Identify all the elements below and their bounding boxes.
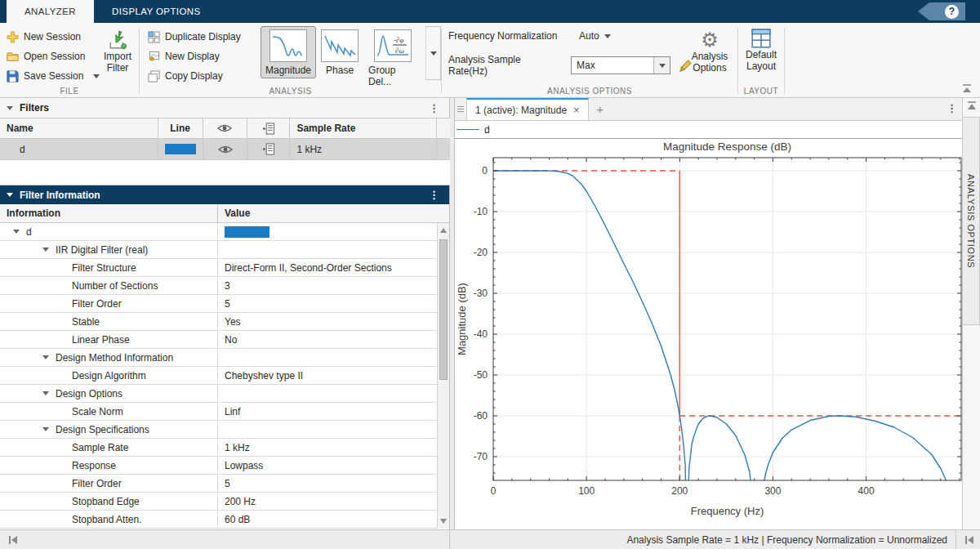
filter-line-cell[interactable] xyxy=(158,139,203,159)
main-area: Filters ⋮ Name Line Sample Rate d xyxy=(0,98,980,529)
filter-info-collapse-icon[interactable] xyxy=(7,193,13,197)
section-label-analysis-options: ANALYSIS OPTIONS xyxy=(442,87,737,96)
col-name: Name xyxy=(0,118,158,138)
info-label-text: Filter Structure xyxy=(72,262,136,274)
filter-info-row: d xyxy=(0,223,449,241)
svg-text:Magnitude (dB): Magnitude (dB) xyxy=(456,283,468,355)
info-label-cell: Filter Structure xyxy=(0,259,218,276)
default-layout-label2: Layout xyxy=(746,60,776,72)
collapse-ribbon-button[interactable] xyxy=(961,84,973,94)
info-value-cell: 1 kHz xyxy=(218,439,449,456)
filter-info-cell[interactable] xyxy=(248,139,291,159)
ribbon-section-analysis-options: Frequency Normalization Auto Analysis Sa… xyxy=(442,23,737,97)
info-value-cell: 200 Hz xyxy=(218,493,449,510)
scrollbar-thumb[interactable] xyxy=(439,239,448,380)
tree-expand-icon[interactable] xyxy=(42,427,49,431)
info-value-text: 5 xyxy=(225,478,230,489)
filter-row-d[interactable]: d 1 kHz xyxy=(0,139,450,160)
info-label-text: Response xyxy=(72,460,116,471)
tab-display-options[interactable]: DISPLAY OPTIONS xyxy=(94,0,218,23)
duplicate-display-button[interactable]: Duplicate Display xyxy=(145,27,244,47)
filters-menu-icon[interactable]: ⋮ xyxy=(425,102,443,114)
save-session-button[interactable]: Save Session xyxy=(3,66,103,86)
default-layout-button[interactable]: Default Layout xyxy=(742,28,781,72)
info-value-text: Direct-Form II, Second-Order Sections xyxy=(225,262,392,274)
toolstrip-tabbar: ANALYZER DISPLAY OPTIONS ? xyxy=(0,0,980,23)
analysis-sample-rate-dropdown-button[interactable] xyxy=(653,57,670,74)
filter-info-menu-icon[interactable]: ⋮ xyxy=(425,189,443,201)
tree-expand-icon[interactable] xyxy=(42,248,49,252)
tab-display-options-label: DISPLAY OPTIONS xyxy=(112,7,200,16)
import-filter-label1: Import xyxy=(104,51,131,62)
help-button[interactable]: ? xyxy=(918,2,965,20)
col-information: Information xyxy=(0,204,218,222)
new-display-button[interactable]: New Display xyxy=(145,47,244,66)
svg-text:Magnitude Response (dB): Magnitude Response (dB) xyxy=(663,141,791,153)
info-label-text: Design Algorithm xyxy=(72,370,146,382)
analysis-options-side-tab[interactable]: ANALYSIS OPTIONS xyxy=(963,117,980,325)
filters-table: Name Line Sample Rate d xyxy=(0,118,450,185)
collapse-panel-up-icon[interactable] xyxy=(966,101,978,111)
freq-normalization-dropdown[interactable]: Auto xyxy=(579,30,611,42)
collapse-right-panel-icon[interactable] xyxy=(964,535,975,545)
magnitude-button[interactable]: Magnitude xyxy=(261,26,316,78)
group-delay-icon: -∂φ ∂ω xyxy=(374,29,412,62)
open-session-button[interactable]: Open Session xyxy=(3,47,103,66)
status-separator xyxy=(956,530,956,549)
tree-expand-icon[interactable] xyxy=(13,230,20,234)
tree-expand-icon[interactable] xyxy=(42,355,49,359)
copy-display-button[interactable]: Copy Display xyxy=(145,66,244,86)
filter-info-row: Filter Order5 xyxy=(0,295,449,313)
filters-collapse-icon[interactable] xyxy=(7,106,13,110)
svg-text:-20: -20 xyxy=(474,247,488,258)
svg-text:Frequency (Hz): Frequency (Hz) xyxy=(691,505,764,517)
analysis-options-button[interactable]: ⚙ Analysis Options xyxy=(687,29,733,74)
group-delay-button[interactable]: -∂φ ∂ω Group Del... xyxy=(363,26,422,90)
filter-info-rows: dIIR Digital Filter (real)Filter Structu… xyxy=(0,223,449,529)
section-label-analysis: ANALYSIS xyxy=(140,87,441,96)
info-label-cell: Design Options xyxy=(0,385,218,402)
filter-info-row: Stopband Edge200 Hz xyxy=(0,493,449,511)
info-label-cell: Design Method Information xyxy=(0,349,218,366)
new-session-label: New Session xyxy=(24,31,81,42)
info-value-cell: Chebyshev type II xyxy=(218,367,449,384)
display-pane: 1 (active): Magnitude × + ⋮ d 0100200300… xyxy=(455,98,962,529)
filter-info-title: Filter Information xyxy=(20,190,100,201)
phase-button[interactable]: Phase xyxy=(316,26,363,78)
info-value-cell: 60 dB xyxy=(218,511,449,528)
tree-expand-icon[interactable] xyxy=(42,391,49,395)
display-tab-1[interactable]: 1 (active): Magnitude × xyxy=(466,98,589,120)
display-menu-icon[interactable]: ⋮ xyxy=(947,102,957,114)
info-label-cell: IIR Digital Filter (real) xyxy=(0,241,218,258)
phase-icon xyxy=(321,29,359,62)
collapse-left-panel-icon[interactable] xyxy=(8,535,19,545)
svg-text:-60: -60 xyxy=(474,410,488,422)
open-session-icon xyxy=(7,51,19,63)
filter-info-row: Design Method Information xyxy=(0,349,449,367)
new-display-tab-button[interactable]: + xyxy=(589,98,612,120)
filter-info-row: ResponseLowpass xyxy=(0,457,449,475)
tabstrip-grip-icon[interactable] xyxy=(455,98,466,120)
scroll-down-icon[interactable] xyxy=(440,519,447,524)
gallery-dropdown-button[interactable] xyxy=(425,26,441,80)
info-value-text: 60 dB xyxy=(225,514,250,525)
filter-visibility-cell[interactable] xyxy=(203,139,248,159)
eye-icon xyxy=(218,145,233,154)
info-label-text: Linear Phase xyxy=(72,334,130,346)
save-session-dropdown-icon[interactable] xyxy=(93,74,100,78)
analysis-sample-rate-value: Max xyxy=(572,57,653,74)
new-session-button[interactable]: New Session xyxy=(3,27,103,47)
info-label-text: Sample Rate xyxy=(72,442,128,453)
info-label-cell: Filter Order xyxy=(0,295,218,312)
import-filter-icon xyxy=(107,29,128,51)
analysis-sample-rate-combo[interactable]: Max xyxy=(571,56,670,74)
new-display-label: New Display xyxy=(165,51,220,62)
tab-close-icon[interactable]: × xyxy=(573,104,580,116)
tab-analyzer[interactable]: ANALYZER xyxy=(7,0,94,23)
info-value-text: Chebyshev type II xyxy=(225,370,303,382)
scroll-up-icon[interactable] xyxy=(440,228,447,233)
duplicate-display-icon xyxy=(148,31,160,43)
import-filter-button[interactable]: Import Filter xyxy=(98,29,137,74)
filter-info-scrollbar[interactable] xyxy=(437,223,449,529)
note-icon xyxy=(262,143,275,155)
